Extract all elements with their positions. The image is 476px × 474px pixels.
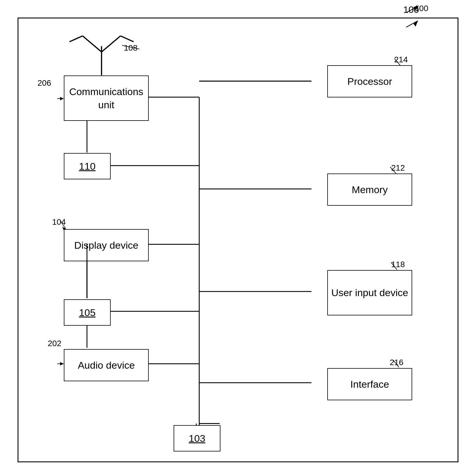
svg-marker-27 bbox=[60, 97, 64, 100]
ref-105-label: 105 bbox=[79, 306, 96, 319]
memory-label: Memory bbox=[352, 183, 388, 196]
user-input-label: User input device bbox=[331, 286, 408, 299]
ref-214: 214 bbox=[394, 55, 408, 64]
audio-label: Audio device bbox=[78, 359, 135, 372]
ref-100-outer: 100 bbox=[403, 4, 419, 15]
ref-118: 118 bbox=[391, 260, 405, 269]
box-110: 110 bbox=[64, 153, 111, 179]
interface-box: Interface bbox=[327, 368, 412, 400]
comm-unit-label: Communications unit bbox=[64, 85, 148, 111]
svg-marker-29 bbox=[60, 362, 64, 365]
processor-label: Processor bbox=[347, 75, 392, 88]
display-device-box: Display device bbox=[64, 229, 149, 261]
ref-108: 108 bbox=[124, 43, 138, 53]
audio-device-box: Audio device bbox=[64, 349, 149, 381]
svg-marker-1 bbox=[414, 21, 418, 27]
memory-box: Memory bbox=[327, 174, 412, 206]
svg-line-3 bbox=[83, 36, 102, 52]
svg-line-6 bbox=[121, 36, 134, 42]
ref-103-label: 103 bbox=[189, 432, 206, 445]
display-label: Display device bbox=[74, 239, 138, 252]
ref-202: 202 bbox=[48, 339, 61, 348]
ref-104: 104 bbox=[52, 217, 66, 227]
user-input-box: User input device bbox=[327, 270, 412, 315]
svg-line-0 bbox=[406, 21, 418, 27]
interface-label: Interface bbox=[350, 378, 389, 391]
processor-box: Processor bbox=[327, 65, 412, 97]
svg-line-4 bbox=[102, 36, 121, 52]
comm-unit-box: Communications unit bbox=[64, 75, 149, 121]
box-103: 103 bbox=[174, 425, 220, 451]
svg-line-5 bbox=[69, 36, 83, 42]
ref-110-label: 110 bbox=[79, 160, 96, 173]
diagram-container: 100 bbox=[18, 18, 458, 462]
ref-212: 212 bbox=[391, 163, 405, 173]
ref-206: 206 bbox=[37, 78, 51, 88]
box-105: 105 bbox=[64, 299, 111, 326]
ref-216: 216 bbox=[390, 358, 403, 367]
